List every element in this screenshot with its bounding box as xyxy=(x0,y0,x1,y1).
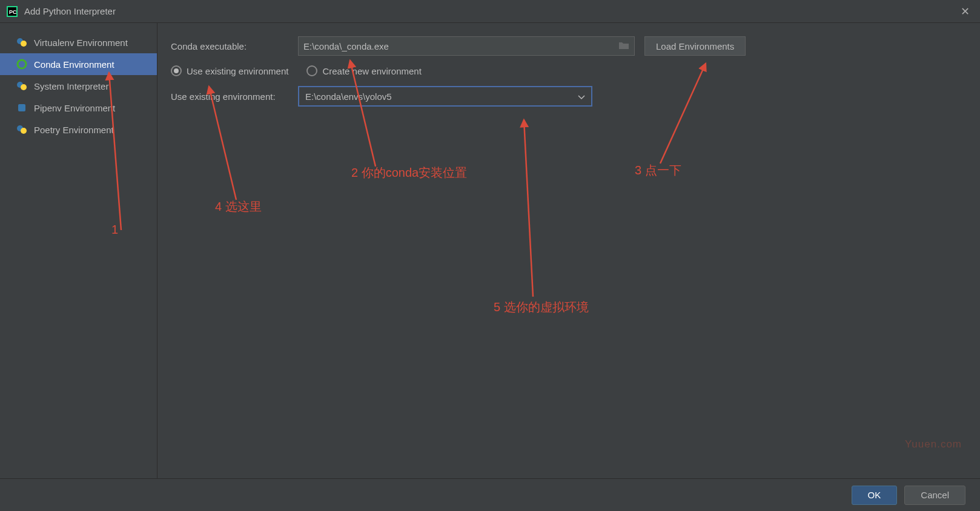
svg-point-10 xyxy=(21,128,27,134)
sidebar-item-virtualenv[interactable]: Virtualenv Environment xyxy=(0,31,157,53)
radio-circle-icon xyxy=(171,65,182,76)
close-icon[interactable]: ✕ xyxy=(956,5,974,18)
sidebar-item-system[interactable]: System Interpreter xyxy=(0,75,157,97)
sidebar-item-poetry[interactable]: Poetry Environment xyxy=(0,119,157,140)
sidebar-item-pipenv[interactable]: Pipenv Environment xyxy=(0,97,157,119)
main-panel: Conda executable: E:\conda\_conda.exe Lo… xyxy=(157,23,980,478)
sidebar: Virtualenv Environment Conda Environment… xyxy=(0,23,157,478)
radio-circle-icon xyxy=(306,65,317,76)
window-title: Add Python Interpreter xyxy=(24,6,956,16)
load-environments-button[interactable]: Load Environments xyxy=(644,36,746,56)
svg-point-4 xyxy=(21,41,27,47)
svg-point-5 xyxy=(18,60,26,68)
browse-folder-icon[interactable] xyxy=(618,41,629,51)
footer: OK Cancel xyxy=(0,478,980,511)
sidebar-item-label: Poetry Environment xyxy=(34,125,114,135)
python-icon xyxy=(15,36,29,48)
radio-create-new[interactable]: Create new environment xyxy=(306,65,421,76)
svg-rect-8 xyxy=(18,104,25,111)
sidebar-item-label: Virtualenv Environment xyxy=(34,38,128,48)
pipenv-icon xyxy=(15,102,29,114)
dropdown-value: E:\conda\envs\yolov5 xyxy=(305,91,392,102)
sidebar-item-label: Pipenv Environment xyxy=(34,103,115,113)
conda-exe-value: E:\conda\_conda.exe xyxy=(303,41,389,51)
radio-label: Use existing environment xyxy=(187,66,288,76)
sidebar-item-label: Conda Environment xyxy=(34,59,114,70)
cancel-button[interactable]: Cancel xyxy=(904,486,965,505)
conda-exe-label: Conda executable: xyxy=(171,41,298,51)
use-existing-label: Use existing environment: xyxy=(171,91,298,102)
chevron-down-icon xyxy=(578,91,585,102)
python-icon xyxy=(15,80,29,92)
titlebar: PC Add Python Interpreter ✕ xyxy=(0,0,980,23)
watermark: Yuuen.com xyxy=(905,438,962,450)
sidebar-item-label: System Interpreter xyxy=(34,81,108,91)
svg-point-7 xyxy=(21,84,27,90)
conda-icon xyxy=(15,58,29,70)
radio-label: Create new environment xyxy=(322,66,421,76)
ok-button[interactable]: OK xyxy=(852,486,898,505)
svg-text:PC: PC xyxy=(9,9,17,15)
sidebar-item-conda[interactable]: Conda Environment xyxy=(0,53,157,75)
conda-exe-input[interactable]: E:\conda\_conda.exe xyxy=(298,36,635,56)
pycharm-icon: PC xyxy=(6,5,18,18)
existing-env-dropdown[interactable]: E:\conda\envs\yolov5 xyxy=(298,86,592,107)
python-icon xyxy=(15,124,29,136)
radio-use-existing[interactable]: Use existing environment xyxy=(171,65,288,76)
